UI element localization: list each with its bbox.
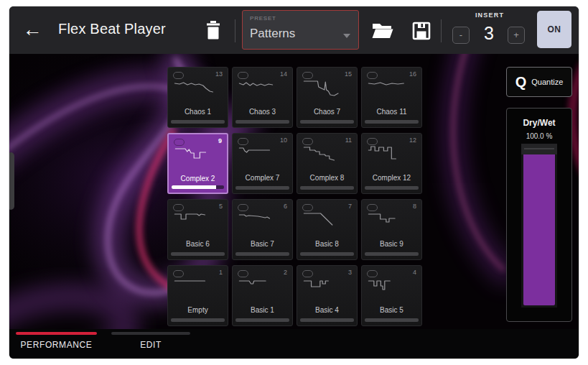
pad-basic-5[interactable]: 4 Basic 5 bbox=[361, 265, 422, 326]
pad-label: Complex 7 bbox=[233, 174, 292, 182]
pad-label: Complex 12 bbox=[362, 174, 421, 182]
main-stage: 13 Chaos 1 14 Chaos 3 15 Chaos 7 16 Chao… bbox=[9, 54, 579, 329]
divider bbox=[235, 19, 235, 42]
pattern-waveform bbox=[238, 274, 287, 296]
pad-label: Chaos 3 bbox=[233, 108, 292, 116]
pad-progress-bar bbox=[300, 318, 354, 322]
pad-label: Basic 6 bbox=[168, 240, 228, 248]
pad-complex-2[interactable]: 9 Complex 2 bbox=[167, 133, 228, 194]
pad-progress-bar bbox=[235, 186, 289, 190]
tab-indicator bbox=[111, 332, 190, 335]
pad-progress-bar bbox=[365, 120, 419, 124]
pad-complex-12[interactable]: 12 Complex 12 bbox=[361, 133, 422, 194]
pad-label: Basic 8 bbox=[297, 240, 357, 248]
pattern-waveform bbox=[303, 142, 352, 164]
pattern-waveform bbox=[174, 143, 223, 165]
dry-wet-value: 100.0 % bbox=[507, 132, 571, 140]
pad-basic-7[interactable]: 6 Basic 7 bbox=[232, 199, 293, 260]
pad-bank-scrollbar[interactable] bbox=[9, 152, 14, 210]
insert-label: INSERT bbox=[452, 11, 528, 19]
pad-progress-fill bbox=[172, 185, 216, 189]
pad-label: Basic 5 bbox=[362, 306, 421, 314]
pad-label: Complex 8 bbox=[297, 174, 357, 182]
back-arrow-icon[interactable]: ← bbox=[21, 18, 44, 41]
pad-progress-bar bbox=[300, 186, 354, 190]
preset-dropdown[interactable]: PRESET Patterns bbox=[242, 10, 359, 50]
flex-beat-player-window: ← Flex Beat Player PRESET Patterns bbox=[9, 6, 579, 359]
pad-label: Basic 7 bbox=[233, 240, 292, 248]
pad-progress-bar bbox=[300, 120, 354, 124]
pad-progress-bar bbox=[171, 252, 225, 256]
pad-complex-8[interactable]: 11 Complex 8 bbox=[297, 133, 358, 194]
dry-wet-panel: Dry/Wet 100.0 % bbox=[506, 108, 572, 322]
save-icon[interactable] bbox=[412, 22, 431, 40]
pad-progress-bar bbox=[365, 186, 419, 190]
insert-decrement-button[interactable]: - bbox=[452, 27, 470, 44]
pad-label: Basic 1 bbox=[233, 306, 292, 314]
bottom-tab-bar: PERFORMANCE EDIT bbox=[9, 329, 579, 359]
top-bar: ← Flex Beat Player PRESET Patterns bbox=[9, 6, 579, 54]
pad-progress-bar bbox=[172, 185, 224, 189]
pad-chaos-3[interactable]: 14 Chaos 3 bbox=[232, 67, 293, 128]
page-title: Flex Beat Player bbox=[58, 21, 166, 37]
pattern-waveform bbox=[174, 274, 223, 296]
divider bbox=[441, 19, 442, 42]
pad-progress-bar bbox=[171, 318, 225, 322]
insert-control: INSERT - 3 + bbox=[452, 11, 528, 49]
pad-progress-bar bbox=[171, 120, 225, 124]
insert-increment-button[interactable]: + bbox=[508, 27, 525, 44]
q-logo-icon: Q bbox=[515, 74, 527, 91]
pad-basic-9[interactable]: 8 Basic 9 bbox=[361, 199, 422, 260]
pad-label: Empty bbox=[168, 306, 228, 314]
pad-chaos-11[interactable]: 16 Chaos 11 bbox=[361, 67, 422, 128]
chevron-down-icon bbox=[343, 34, 350, 38]
pad-label: Chaos 7 bbox=[297, 108, 357, 116]
pad-basic-8[interactable]: 7 Basic 8 bbox=[297, 199, 358, 260]
pad-chaos-1[interactable]: 13 Chaos 1 bbox=[167, 67, 228, 128]
tab-performance[interactable]: PERFORMANCE bbox=[16, 329, 97, 359]
pad-label: Complex 2 bbox=[169, 175, 227, 182]
pad-progress-bar bbox=[300, 252, 354, 256]
tab-indicator bbox=[16, 332, 97, 335]
insert-value: 3 bbox=[473, 23, 505, 44]
pad-progress-bar bbox=[365, 252, 419, 256]
pattern-waveform bbox=[174, 208, 223, 230]
trash-icon[interactable] bbox=[205, 21, 222, 40]
quantize-label: Quantize bbox=[531, 78, 563, 86]
open-folder-icon[interactable] bbox=[372, 23, 393, 39]
pattern-waveform bbox=[368, 142, 416, 164]
pad-complex-7[interactable]: 10 Complex 7 bbox=[232, 133, 293, 194]
pattern-waveform bbox=[368, 274, 416, 296]
preset-label: PRESET bbox=[250, 15, 276, 22]
pattern-waveform bbox=[303, 76, 352, 98]
pad-progress-bar bbox=[365, 318, 419, 322]
pattern-waveform bbox=[368, 76, 416, 98]
pad-label: Basic 4 bbox=[297, 306, 357, 314]
pad-basic-6[interactable]: 5 Basic 6 bbox=[167, 199, 228, 260]
dry-wet-slider-fill bbox=[523, 154, 555, 305]
pad-progress-bar bbox=[235, 318, 289, 322]
pattern-waveform bbox=[303, 274, 352, 296]
dry-wet-label: Dry/Wet bbox=[507, 118, 571, 128]
pattern-waveform bbox=[368, 208, 416, 230]
dry-wet-slider-handle[interactable] bbox=[521, 144, 557, 154]
tab-edit[interactable]: EDIT bbox=[111, 329, 190, 359]
pattern-waveform bbox=[238, 208, 287, 230]
pattern-waveform bbox=[238, 142, 287, 164]
pad-label: Chaos 11 bbox=[362, 108, 421, 116]
pattern-waveform bbox=[174, 76, 223, 98]
on-toggle-button[interactable]: ON bbox=[537, 11, 571, 48]
dry-wet-slider[interactable] bbox=[521, 144, 557, 308]
preset-value: Patterns bbox=[250, 27, 295, 41]
pattern-waveform bbox=[303, 208, 352, 230]
pad-chaos-7[interactable]: 15 Chaos 7 bbox=[297, 67, 358, 128]
pad-label: Basic 9 bbox=[362, 240, 421, 248]
pattern-waveform bbox=[238, 76, 287, 98]
pad-grid: 13 Chaos 1 14 Chaos 3 15 Chaos 7 16 Chao… bbox=[167, 67, 422, 326]
pad-basic-1[interactable]: 2 Basic 1 bbox=[232, 265, 293, 326]
pad-progress-bar bbox=[235, 252, 289, 256]
pad-basic-4[interactable]: 3 Basic 4 bbox=[297, 265, 358, 326]
pad-label: Chaos 1 bbox=[168, 108, 228, 116]
pad-empty[interactable]: 1 Empty bbox=[167, 265, 228, 326]
quantize-button[interactable]: Q Quantize bbox=[506, 67, 572, 97]
